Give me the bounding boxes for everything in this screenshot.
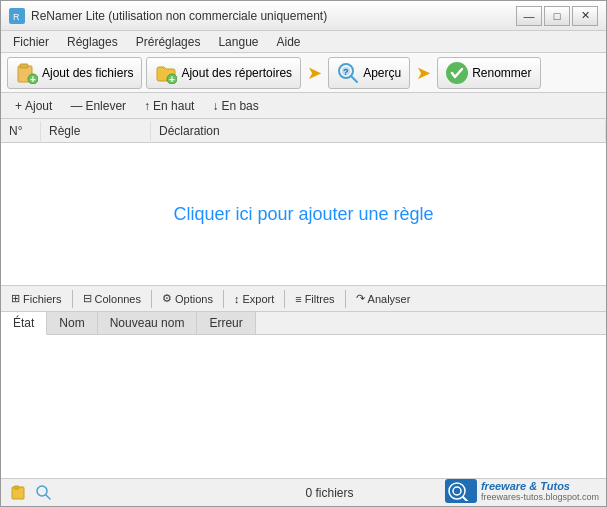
preview-icon: ? xyxy=(337,62,359,84)
rules-header: N° Règle Déclaration xyxy=(1,119,606,143)
remove-icon: — xyxy=(70,99,82,113)
export-tool-button[interactable]: ↕ Export xyxy=(228,291,280,307)
title-bar-buttons: — □ ✕ xyxy=(516,6,598,26)
options-tool-label: Options xyxy=(175,293,213,305)
filters-tool-icon: ≡ xyxy=(295,293,301,305)
files-tool-icon: ⊞ xyxy=(11,292,20,305)
rename-button[interactable]: Renommer xyxy=(437,57,540,89)
col-header-n: N° xyxy=(1,121,41,141)
col-header-decl: Déclaration xyxy=(151,121,606,141)
remove-rule-button[interactable]: — Enlever xyxy=(62,97,134,115)
add-icon: + xyxy=(15,99,22,113)
close-button[interactable]: ✕ xyxy=(572,6,598,26)
tab-erreur[interactable]: Erreur xyxy=(197,312,255,334)
tab-nom[interactable]: Nom xyxy=(47,312,97,334)
tab-nouveau-nom[interactable]: Nouveau nom xyxy=(98,312,198,334)
menu-reglages[interactable]: Réglages xyxy=(59,33,126,51)
watermark-brand: freeware & Tutos xyxy=(481,480,599,492)
watermark-url: freewares-tutos.blogspot.com xyxy=(481,492,599,502)
move-up-button[interactable]: ↑ En haut xyxy=(136,97,202,115)
down-label: En bas xyxy=(221,99,258,113)
svg-point-18 xyxy=(453,487,461,495)
add-label: Ajout xyxy=(25,99,52,113)
menu-prereglages[interactable]: Préréglages xyxy=(128,33,209,51)
maximize-button[interactable]: □ xyxy=(544,6,570,26)
menu-fichier[interactable]: Fichier xyxy=(5,33,57,51)
minimize-button[interactable]: — xyxy=(516,6,542,26)
add-files-label: Ajout des fichiers xyxy=(42,66,133,80)
files-section: État Nom Nouveau nom Erreur xyxy=(1,312,606,478)
svg-text:+: + xyxy=(30,74,36,84)
separator-3 xyxy=(223,290,224,308)
preview-label: Aperçu xyxy=(363,66,401,80)
analyze-tool-button[interactable]: ↷ Analyser xyxy=(350,290,417,307)
columns-tool-icon: ⊟ xyxy=(83,292,92,305)
separator-2 xyxy=(151,290,152,308)
toolbar: + Ajout des fichiers + Ajout des réperto… xyxy=(1,53,606,93)
options-tool-button[interactable]: ⚙ Options xyxy=(156,290,219,307)
rename-icon xyxy=(446,62,468,84)
add-dirs-label: Ajout des répertoires xyxy=(181,66,292,80)
filters-tool-label: Filtres xyxy=(305,293,335,305)
columns-tool-label: Colonnes xyxy=(95,293,141,305)
window-title: ReNamer Lite (utilisation non commercial… xyxy=(31,9,327,23)
down-icon: ↓ xyxy=(212,99,218,113)
status-bar: 0 fichiers freeware & Tutos freewares-tu… xyxy=(1,478,606,506)
export-tool-icon: ↕ xyxy=(234,293,240,305)
files-tool-button[interactable]: ⊞ Fichiers xyxy=(5,290,68,307)
watermark-text-block: freeware & Tutos freewares-tutos.blogspo… xyxy=(481,480,599,502)
add-rule-button[interactable]: + Ajout xyxy=(7,97,60,115)
move-down-button[interactable]: ↓ En bas xyxy=(204,97,266,115)
svg-text:R: R xyxy=(13,12,20,22)
add-rule-placeholder[interactable]: Cliquer ici pour ajouter une règle xyxy=(153,184,453,245)
title-bar-left: R ReNamer Lite (utilisation non commerci… xyxy=(9,8,327,24)
remove-label: Enlever xyxy=(85,99,126,113)
svg-rect-3 xyxy=(20,64,28,68)
svg-text:?: ? xyxy=(343,67,349,77)
separator-5 xyxy=(345,290,346,308)
rules-section: N° Règle Déclaration Cliquer ici pour aj… xyxy=(1,119,606,286)
main-window: R ReNamer Lite (utilisation non commerci… xyxy=(0,0,607,507)
columns-tool-button[interactable]: ⊟ Colonnes xyxy=(77,290,147,307)
status-icon-2[interactable] xyxy=(35,484,53,502)
add-files-icon: + xyxy=(16,62,38,84)
rename-label: Renommer xyxy=(472,66,531,80)
watermark-logo xyxy=(445,479,477,503)
up-label: En haut xyxy=(153,99,194,113)
svg-rect-14 xyxy=(14,486,19,489)
up-icon: ↑ xyxy=(144,99,150,113)
svg-text:+: + xyxy=(169,74,175,84)
add-dirs-button[interactable]: + Ajout des répertoires xyxy=(146,57,301,89)
add-dirs-icon: + xyxy=(155,62,177,84)
tab-etat[interactable]: État xyxy=(1,312,47,335)
options-tool-icon: ⚙ xyxy=(162,292,172,305)
export-tool-label: Export xyxy=(242,293,274,305)
files-tabs: État Nom Nouveau nom Erreur xyxy=(1,312,606,335)
app-icon: R xyxy=(9,8,25,24)
svg-line-19 xyxy=(463,497,469,501)
action-bar: + Ajout — Enlever ↑ En haut ↓ En bas xyxy=(1,93,606,119)
preview-button[interactable]: ? Aperçu xyxy=(328,57,410,89)
analyze-tool-icon: ↷ xyxy=(356,292,365,305)
svg-line-10 xyxy=(351,76,357,82)
files-tool-label: Fichiers xyxy=(23,293,62,305)
watermark: freeware & Tutos freewares-tutos.blogspo… xyxy=(445,479,599,503)
status-icon-1[interactable] xyxy=(9,484,27,502)
filters-tool-button[interactable]: ≡ Filtres xyxy=(289,291,340,307)
menu-bar: Fichier Réglages Préréglages Langue Aide xyxy=(1,31,606,53)
menu-langue[interactable]: Langue xyxy=(210,33,266,51)
arrow-icon-2: ➤ xyxy=(416,62,431,84)
svg-line-16 xyxy=(46,495,50,499)
separator-4 xyxy=(284,290,285,308)
menu-aide[interactable]: Aide xyxy=(268,33,308,51)
separator-1 xyxy=(72,290,73,308)
rules-body: Cliquer ici pour ajouter une règle xyxy=(1,143,606,285)
add-files-button[interactable]: + Ajout des fichiers xyxy=(7,57,142,89)
arrow-icon-1: ➤ xyxy=(307,62,322,84)
files-body xyxy=(1,335,606,478)
title-bar: R ReNamer Lite (utilisation non commerci… xyxy=(1,1,606,31)
bottom-toolbar: ⊞ Fichiers ⊟ Colonnes ⚙ Options ↕ Export… xyxy=(1,286,606,312)
analyze-tool-label: Analyser xyxy=(368,293,411,305)
col-header-rule: Règle xyxy=(41,121,151,141)
